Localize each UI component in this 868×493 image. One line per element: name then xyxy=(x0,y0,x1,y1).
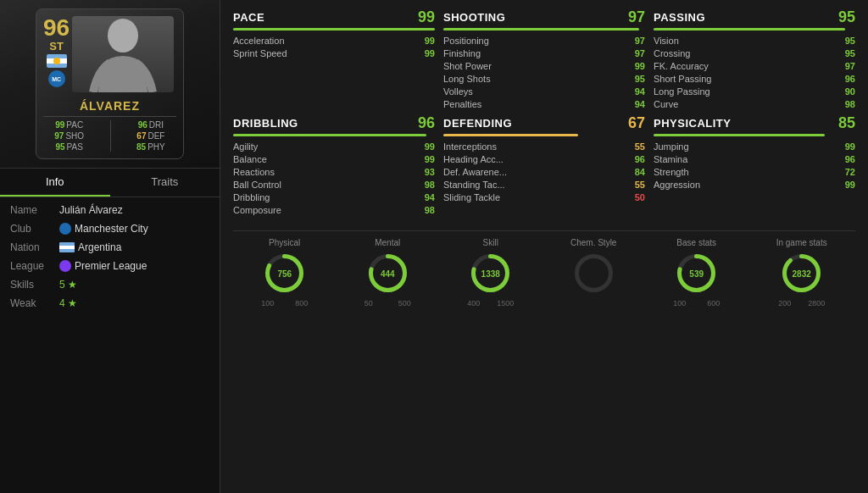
chart-base-stats-range: 100 600 xyxy=(673,299,720,307)
passing-header: PASSING 95 xyxy=(654,8,855,26)
sub-curve-val: 98 xyxy=(845,99,855,109)
info-val-nation: Argentina xyxy=(59,241,121,253)
pace-value: 99 xyxy=(418,8,435,26)
sub-fk-accuracy-val: 97 xyxy=(845,61,855,71)
stat-dribbling: DRIBBLING 96 Agility 99 Balance 99 React… xyxy=(233,114,435,215)
sub-balance-label: Balance xyxy=(233,154,267,164)
sub-jumping-val: 99 xyxy=(845,141,855,152)
sub-penalties-val: 94 xyxy=(635,99,645,109)
chart-physical-max: 800 xyxy=(295,299,308,307)
sub-positioning-val: 97 xyxy=(635,36,645,46)
card-top: 96 ST MC xyxy=(43,16,176,96)
sub-reactions-label: Reactions xyxy=(233,167,275,177)
sub-def-awareness-val: 84 xyxy=(635,167,645,177)
pace-label: PACE xyxy=(233,11,264,24)
charts-row: Physical 756 100 800 Mental 444 xyxy=(233,230,855,307)
cs-label-phy: PHY xyxy=(147,142,165,152)
sub-vision: Vision 95 xyxy=(654,36,855,46)
pace-bar xyxy=(233,28,435,30)
sub-strength: Strength 72 xyxy=(654,167,855,177)
nation-flag-icon xyxy=(59,242,75,252)
sub-curve-label: Curve xyxy=(654,99,678,109)
sub-balance: Balance 99 xyxy=(233,154,435,164)
defending-label: DEFENDING xyxy=(443,117,512,130)
info-key-league: League xyxy=(10,260,53,272)
info-key-club: Club xyxy=(10,223,53,235)
info-val-skills: 5 ★ xyxy=(59,279,77,291)
info-val-league: Premier League xyxy=(59,260,147,272)
cs-label-sho: SHO xyxy=(65,131,84,141)
sub-crossing-val: 95 xyxy=(845,48,855,58)
sub-dribbling-val: 94 xyxy=(425,192,435,202)
chart-ingame-stats-range: 200 2800 xyxy=(778,299,825,307)
sub-stamina: Stamina 96 xyxy=(654,154,855,164)
sub-ball-control-label: Ball Control xyxy=(233,180,281,190)
sub-strength-val: 72 xyxy=(845,167,855,177)
info-row-league: League Premier League xyxy=(10,260,209,272)
info-rows: Name Julián Álvarez Club Manchester City… xyxy=(0,197,220,316)
sub-fk-accuracy-label: FK. Accuracy xyxy=(654,61,709,71)
sub-finishing: Finishing 97 xyxy=(443,48,645,58)
sub-def-awareness-label: Def. Awarene... xyxy=(443,167,507,177)
sub-balance-val: 99 xyxy=(425,154,435,164)
sub-shot-power: Shot Power 99 xyxy=(443,61,645,71)
physicality-value: 85 xyxy=(838,114,855,132)
passing-value: 95 xyxy=(838,8,855,26)
stat-defending: DEFENDING 67 Interceptions 55 Heading Ac… xyxy=(443,114,645,215)
chart-physical-label: Physical xyxy=(269,238,300,247)
info-key-skills: Skills xyxy=(10,279,53,291)
chart-mental-val: 444 xyxy=(381,269,395,278)
chart-base-max: 600 xyxy=(707,299,720,307)
chart-physical-donut: 756 xyxy=(261,250,308,296)
sub-sprint-speed-label: Sprint Speed xyxy=(233,48,287,58)
sub-agility-label: Agility xyxy=(233,141,258,152)
sub-shot-power-label: Shot Power xyxy=(443,61,492,71)
skills-stars: 5 ★ xyxy=(59,279,77,291)
sub-finishing-val: 97 xyxy=(635,48,645,58)
card-stat-pas: 95 PAS xyxy=(55,142,82,152)
sub-interceptions-label: Interceptions xyxy=(443,141,497,152)
sub-acceleration-label: Acceleration xyxy=(233,36,285,46)
shooting-label: SHOOTING xyxy=(443,11,505,24)
sub-sprint-speed: Sprint Speed 99 xyxy=(233,48,435,58)
cs-val-phy: 85 xyxy=(136,142,146,152)
sub-long-passing-label: Long Passing xyxy=(654,86,710,97)
shooting-header: SHOOTING 97 xyxy=(443,8,645,26)
chart-skill: Skill 1338 400 1500 xyxy=(467,238,514,307)
tab-info[interactable]: Info xyxy=(0,169,110,197)
pace-substats: Acceleration 99 Sprint Speed 99 xyxy=(233,36,435,58)
sub-jumping: Jumping 99 xyxy=(654,141,855,152)
sub-ball-control-val: 98 xyxy=(425,180,435,190)
info-tabs: Info Traits xyxy=(0,169,220,197)
chart-physical: Physical 756 100 800 xyxy=(261,238,308,307)
sub-vision-label: Vision xyxy=(654,36,679,46)
card-flags: MC xyxy=(47,54,67,87)
chart-base-stats-label: Base stats xyxy=(676,238,716,247)
defending-value: 67 xyxy=(628,114,645,132)
player-name: ÁLVAREZ xyxy=(43,99,176,113)
sub-vision-val: 95 xyxy=(845,36,855,46)
card-stat-col-left: 99 PAC 97 SHO 95 PAS xyxy=(54,120,84,152)
cs-val-def: 67 xyxy=(136,131,146,141)
cs-label-dri: DRI xyxy=(149,120,164,130)
sub-acceleration-val: 99 xyxy=(425,36,435,46)
info-row-club: Club Manchester City xyxy=(10,223,209,235)
card-stat-sho: 97 SHO xyxy=(54,131,84,141)
info-row-weak: Weak 4 ★ xyxy=(10,297,209,309)
tab-traits[interactable]: Traits xyxy=(110,169,220,197)
sub-sliding-tackle-val: 50 xyxy=(635,192,645,202)
sub-stamina-label: Stamina xyxy=(654,154,687,164)
info-row-nation: Nation Argentina xyxy=(10,241,209,253)
sub-long-passing: Long Passing 90 xyxy=(654,86,855,97)
chart-base-stats-val: 539 xyxy=(689,269,704,278)
sub-sliding-tackle: Sliding Tackle 50 xyxy=(443,192,645,202)
sub-interceptions-val: 55 xyxy=(635,141,645,152)
stat-shooting: SHOOTING 97 Positioning 97 Finishing 97 … xyxy=(443,8,645,109)
donut-svg-chem xyxy=(570,250,617,296)
cs-val-sho: 97 xyxy=(54,131,64,141)
sub-short-passing-val: 96 xyxy=(845,74,855,84)
chart-skill-val: 1338 xyxy=(481,269,500,278)
chart-skill-range: 400 1500 xyxy=(467,299,514,307)
passing-bar xyxy=(654,28,845,30)
sub-standing-tackle: Standing Tac... 55 xyxy=(443,180,645,190)
